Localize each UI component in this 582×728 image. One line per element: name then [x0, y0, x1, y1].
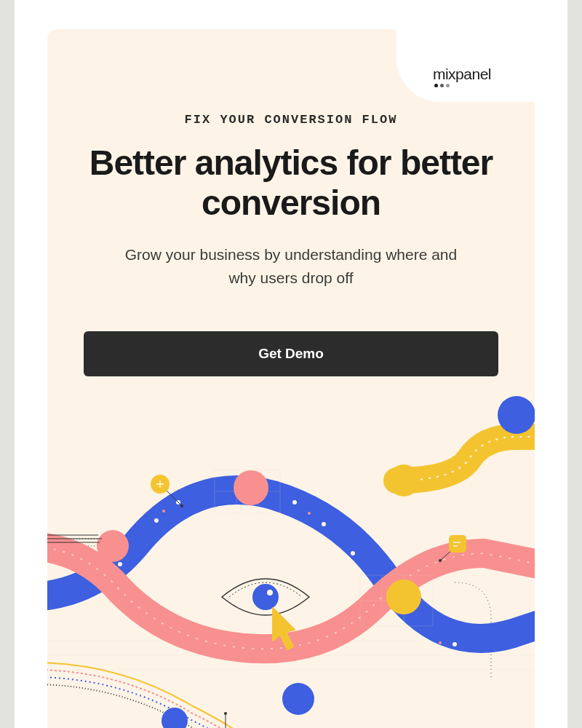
svg-point-12	[453, 642, 457, 646]
svg-point-10	[351, 551, 355, 555]
brand-name: mixpanel	[433, 66, 491, 83]
svg-point-15	[308, 512, 311, 515]
logo-dots-icon	[434, 84, 491, 87]
svg-point-8	[292, 500, 297, 505]
svg-point-28	[388, 464, 420, 496]
brand-logo: mixpanel	[433, 66, 491, 87]
subheadline: Grow your business by understanding wher…	[76, 243, 506, 289]
svg-point-31	[252, 584, 279, 610]
svg-point-14	[162, 510, 165, 513]
svg-point-32	[267, 590, 273, 596]
eye-icon	[222, 579, 309, 615]
get-demo-button[interactable]: Get Demo	[84, 331, 498, 376]
headline: Better analytics for better conversion	[76, 143, 506, 223]
svg-point-40	[224, 712, 227, 715]
eyebrow-text: FIX YOUR CONVERSION FLOW	[76, 113, 506, 127]
svg-point-27	[386, 579, 421, 614]
flow-illustration	[47, 393, 535, 728]
svg-point-34	[180, 505, 183, 507]
hero-card: mixpanel FIX YOUR CONVERSION FLOW Better…	[47, 29, 535, 728]
svg-point-6	[154, 518, 159, 523]
svg-point-29	[282, 683, 314, 715]
svg-point-16	[439, 641, 442, 644]
svg-point-9	[322, 522, 326, 526]
svg-point-5	[118, 562, 122, 566]
svg-point-30	[162, 708, 188, 728]
svg-rect-38	[449, 535, 466, 553]
svg-point-37	[439, 559, 442, 562]
svg-point-11	[423, 638, 428, 643]
svg-point-25	[234, 470, 268, 505]
svg-point-26	[97, 530, 129, 562]
